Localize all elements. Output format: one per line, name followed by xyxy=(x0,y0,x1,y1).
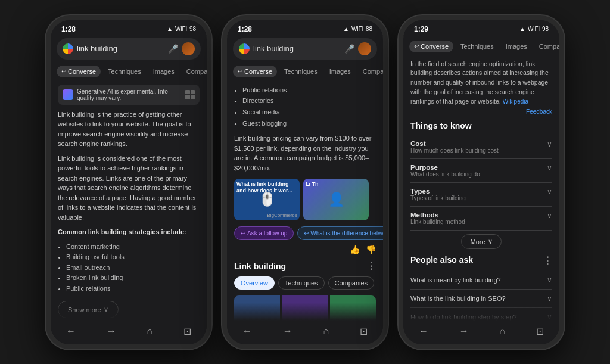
ttk-types-sub: Types of link building xyxy=(410,195,466,201)
tabs-icon-3[interactable]: ⊡ xyxy=(536,326,544,337)
chevron-down-paa-2: ∨ xyxy=(547,294,552,303)
tabs-icon-2[interactable]: ⊡ xyxy=(360,326,368,337)
section-title-2: Link building xyxy=(234,262,286,271)
paa-item-2[interactable]: What is the link building in SEO? ∨ xyxy=(410,290,552,308)
forward-icon-3[interactable]: → xyxy=(459,326,469,337)
status-bar-3: 1:29 ▲ WiFi 98 xyxy=(403,20,559,36)
ttk-types-title: Types xyxy=(410,188,466,195)
back-icon-3[interactable]: ← xyxy=(419,326,428,337)
image-cell-3 xyxy=(330,295,376,320)
status-icons-1: ▲ WiFi 98 xyxy=(167,26,196,32)
mic-icon[interactable]: 🎤 xyxy=(168,44,178,54)
google-logo-2 xyxy=(239,43,250,54)
bigcommerce-label: BigCommerce xyxy=(267,213,297,218)
ask-followup-button[interactable]: ↩ Ask a follow up xyxy=(234,226,294,240)
nav-bar-2: ← → ⌂ ⊡ xyxy=(227,321,383,344)
search-input-2[interactable]: link building xyxy=(253,44,341,53)
forward-icon[interactable]: → xyxy=(107,326,116,337)
paa-item-3[interactable]: How to do link building step by step? ∨ xyxy=(410,308,552,320)
content-scroll-2: Public relations Directories Social medi… xyxy=(227,81,383,321)
content-scroll-3: In the field of search engine optimizati… xyxy=(403,56,559,321)
search-bar-1[interactable]: link building 🎤 xyxy=(57,38,201,60)
tab-companies-3[interactable]: Companies xyxy=(534,41,559,52)
ai-icon xyxy=(63,89,73,100)
status-time-2: 1:28 xyxy=(238,25,252,33)
thumbs-up-icon[interactable]: 👍 xyxy=(350,245,360,254)
tab-companies-1[interactable]: Companies xyxy=(182,66,207,77)
tab-techniques-1[interactable]: Techniques xyxy=(103,66,146,77)
thumbs-down-icon[interactable]: 👎 xyxy=(366,245,376,254)
bullet-item: Public relations xyxy=(66,284,200,294)
content-inner-2: Public relations Directories Social medi… xyxy=(227,81,383,321)
ttk-item-types[interactable]: Types Types of link building ∨ xyxy=(410,183,552,207)
wifi-icon: WiFi xyxy=(175,26,187,32)
feedback-link[interactable]: Feedback xyxy=(410,108,552,115)
signal-icon-3: ▲ xyxy=(519,26,525,32)
section-header-2: Link building ⋮ xyxy=(234,260,376,272)
tab-techniques-3[interactable]: Techniques xyxy=(456,41,499,52)
tabs-3: Converse Techniques Images Companies xyxy=(403,36,559,56)
tab-images-2[interactable]: Images xyxy=(325,66,356,77)
ai-grid-icon xyxy=(185,90,195,99)
more-button[interactable]: More ∨ xyxy=(461,234,501,249)
ttk-purpose-sub: What does link building do xyxy=(410,171,480,178)
phones-container: 1:28 ▲ WiFi 98 link building 🎤 Converse … xyxy=(34,4,576,361)
mic-icon-2[interactable]: 🎤 xyxy=(344,44,354,54)
tab-images-1[interactable]: Images xyxy=(148,66,179,77)
battery-icon-3: 98 xyxy=(542,26,549,32)
pricing-text: Link building pricing can vary from $100… xyxy=(234,133,376,173)
tab-techniques-2[interactable]: Techniques xyxy=(279,66,322,77)
tab-companies-2[interactable]: Companies xyxy=(358,66,383,77)
chevron-down-paa-3: ∨ xyxy=(547,313,552,320)
search-bar-2[interactable]: link building 🎤 xyxy=(233,38,377,60)
google-logo xyxy=(63,43,73,54)
list-item: Public relations xyxy=(242,85,376,96)
difference-button[interactable]: ↩ What is the difference between xyxy=(297,226,383,240)
bullet-item: Email outreach xyxy=(66,263,200,273)
content-inner-1: Generative AI is experimental. Info qual… xyxy=(51,81,207,321)
thumb-card-1[interactable]: 🖱️ What is link building and how does it… xyxy=(234,179,300,220)
home-icon-3[interactable]: ⌂ xyxy=(500,326,506,337)
status-bar-2: 1:28 ▲ WiFi 88 xyxy=(227,20,383,36)
tabs-icon[interactable]: ⊡ xyxy=(183,326,191,337)
more-options-icon[interactable]: ⋮ xyxy=(366,260,376,272)
back-icon-2[interactable]: ← xyxy=(242,326,252,337)
ttk-item-purpose[interactable]: Purpose What does link building do ∨ xyxy=(410,159,552,183)
avatar-2[interactable] xyxy=(358,42,371,55)
difference-icon: ↩ xyxy=(304,230,309,237)
body-text-1a: Link building is the practice of getting… xyxy=(58,110,200,149)
pill-companies[interactable]: Companies xyxy=(328,276,375,290)
pill-overview[interactable]: Overview xyxy=(234,276,275,290)
status-icons-2: ▲ WiFi 88 xyxy=(343,26,372,32)
things-to-know-section: Things to know Cost How much does link b… xyxy=(410,121,552,249)
tabs-1: Converse Techniques Images Companies xyxy=(51,63,207,81)
ttk-item-methods[interactable]: Methods Link building method ∨ xyxy=(410,207,552,231)
back-icon[interactable]: ← xyxy=(66,326,76,337)
list-items-2: Public relations Directories Social medi… xyxy=(234,85,376,129)
ttk-item-cost[interactable]: Cost How much does link building cost ∨ xyxy=(410,135,552,159)
ai-notice-text: Generative AI is experimental. Info qual… xyxy=(77,88,182,101)
tab-converse-3[interactable]: Converse xyxy=(409,41,453,52)
tab-converse-2[interactable]: Converse xyxy=(233,66,277,77)
tab-images-3[interactable]: Images xyxy=(501,41,532,52)
home-icon-2[interactable]: ⌂ xyxy=(323,326,329,337)
paa-more-options-icon[interactable]: ⋮ xyxy=(543,255,552,266)
pill-tabs-2: Overview Techniques Companies xyxy=(234,276,376,290)
show-more-button[interactable]: Show more ∨ xyxy=(58,301,119,318)
wikipedia-link[interactable]: Wikipedia xyxy=(503,98,528,105)
pill-techniques[interactable]: Techniques xyxy=(278,276,325,290)
forward-icon-2[interactable]: → xyxy=(283,326,292,337)
paa-item-1[interactable]: What is meant by link building? ∨ xyxy=(410,271,552,290)
list-item: Guest blogging xyxy=(242,118,376,129)
paa-title: People also ask xyxy=(410,255,473,266)
tab-converse-1[interactable]: Converse xyxy=(57,66,101,77)
bullet-item: Content marketing xyxy=(66,242,200,253)
avatar-1[interactable] xyxy=(182,42,195,55)
thumb-card-2[interactable]: 👤 Li Th xyxy=(303,179,369,220)
battery-icon: 98 xyxy=(189,26,196,32)
content-scroll-1: Generative AI is experimental. Info qual… xyxy=(51,81,207,321)
home-icon[interactable]: ⌂ xyxy=(147,326,153,337)
search-input-1[interactable]: link building xyxy=(77,44,164,53)
wifi-icon-2: WiFi xyxy=(351,26,363,32)
ttk-methods-title: Methods xyxy=(410,211,465,219)
